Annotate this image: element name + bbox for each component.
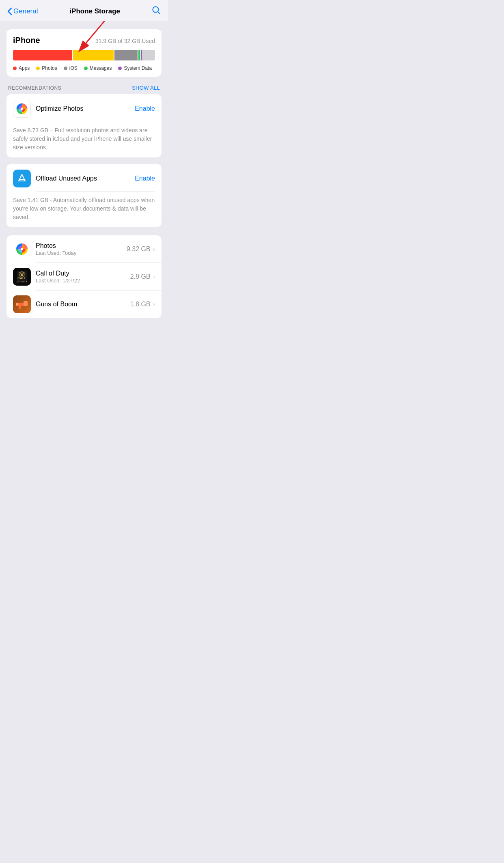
rec-divider-photos bbox=[36, 122, 155, 122]
recommendations-title: RECOMMENDATIONS bbox=[8, 85, 61, 91]
optimize-photos-enable-button[interactable]: Enable bbox=[135, 105, 155, 112]
bar-ios bbox=[114, 50, 138, 60]
storage-legend: Apps Photos iOS Messages System Data bbox=[13, 65, 155, 71]
gob-icon-container bbox=[13, 295, 31, 313]
nav-bar: General iPhone Storage bbox=[0, 0, 168, 21]
gob-app-name: Guns of Boom bbox=[36, 301, 125, 308]
offload-apps-enable-button[interactable]: Enable bbox=[135, 175, 155, 182]
rec-divider-apps bbox=[36, 192, 155, 192]
cod-icon-svg: CALL OF DUTY bbox=[13, 268, 31, 286]
rec-left-apps: Offload Unused Apps bbox=[13, 170, 97, 187]
search-button[interactable] bbox=[152, 6, 161, 17]
gob-chevron-icon: › bbox=[153, 301, 155, 308]
back-label: General bbox=[13, 7, 38, 15]
legend-label-system: System Data bbox=[124, 65, 152, 71]
photos-last-used: Last Used: Today bbox=[36, 250, 122, 256]
rec-left-photos: Optimize Photos bbox=[13, 100, 83, 118]
svg-point-5 bbox=[21, 108, 23, 110]
legend-photos: Photos bbox=[36, 65, 57, 71]
cod-app-info: Call of Duty Last Used: 1/27/22 bbox=[36, 270, 125, 284]
photos-list-icon-svg bbox=[13, 240, 31, 258]
rec-top-photos: Optimize Photos Enable bbox=[13, 100, 155, 118]
optimize-photos-label: Optimize Photos bbox=[36, 105, 83, 112]
cod-last-used: Last Used: 1/27/22 bbox=[36, 278, 125, 284]
photos-chevron-icon: › bbox=[153, 245, 155, 253]
main-content: iPhone 31.9 GB of 32 GB Used bbox=[0, 21, 168, 330]
legend-dot-messages bbox=[84, 67, 88, 70]
legend-apps: Apps bbox=[13, 65, 30, 71]
bar-photos bbox=[73, 50, 113, 60]
photos-app-info: Photos Last Used: Today bbox=[36, 242, 122, 256]
legend-dot-photos bbox=[36, 67, 40, 70]
appstore-icon-container bbox=[13, 170, 31, 187]
storage-used-text: 31.9 GB of 32 GB Used bbox=[95, 38, 155, 44]
offload-apps-label: Offload Unused Apps bbox=[36, 175, 97, 182]
legend-system: System Data bbox=[118, 65, 152, 71]
appstore-icon-svg bbox=[16, 173, 28, 184]
photos-app-name: Photos bbox=[36, 242, 122, 250]
cod-app-name: Call of Duty bbox=[36, 270, 125, 277]
svg-line-1 bbox=[157, 12, 160, 14]
recommendations-section: RECOMMENDATIONS SHOW ALL bbox=[6, 85, 162, 227]
storage-header: iPhone 31.9 GB of 32 GB Used bbox=[13, 36, 155, 45]
search-icon bbox=[152, 6, 161, 15]
legend-ios: iOS bbox=[64, 65, 78, 71]
photos-list-icon bbox=[13, 240, 31, 258]
chevron-left-icon bbox=[7, 7, 12, 15]
device-label: iPhone bbox=[13, 36, 40, 45]
cod-icon-container: CALL OF DUTY bbox=[13, 268, 31, 286]
legend-label-messages: Messages bbox=[90, 65, 112, 71]
optimize-photos-description: Save 8.73 GB – Full resolution photos an… bbox=[13, 126, 155, 152]
gob-size: 1.8 GB bbox=[130, 301, 151, 308]
svg-point-8 bbox=[21, 248, 23, 250]
bar-messages bbox=[138, 50, 140, 60]
rec-top-apps: Offload Unused Apps Enable bbox=[13, 170, 155, 187]
svg-point-14 bbox=[21, 274, 23, 276]
app-row-cod[interactable]: CALL OF DUTY Call of Duty Last Used: 1/2… bbox=[6, 263, 162, 291]
svg-point-19 bbox=[16, 303, 18, 306]
section-header: RECOMMENDATIONS SHOW ALL bbox=[6, 85, 162, 94]
svg-text:OF DUTY: OF DUTY bbox=[17, 280, 27, 283]
recommendation-optimize-photos: Optimize Photos Enable Save 8.73 GB – Fu… bbox=[6, 94, 162, 157]
cod-chevron-icon: › bbox=[153, 273, 155, 280]
legend-label-photos: Photos bbox=[42, 65, 57, 71]
app-row-gob[interactable]: Guns of Boom 1.8 GB › bbox=[6, 291, 162, 318]
cod-size-row: 2.9 GB › bbox=[130, 273, 155, 280]
recommendation-offload-apps: Offload Unused Apps Enable Save 1.41 GB … bbox=[6, 164, 162, 227]
legend-dot-ios bbox=[64, 67, 67, 70]
legend-label-ios: iOS bbox=[69, 65, 78, 71]
app-row-photos[interactable]: Photos Last Used: Today 9.32 GB › bbox=[6, 235, 162, 263]
gob-app-info: Guns of Boom bbox=[36, 301, 125, 308]
svg-rect-17 bbox=[24, 301, 28, 306]
gob-icon-svg bbox=[13, 295, 31, 313]
storage-bar bbox=[13, 50, 155, 60]
svg-rect-18 bbox=[19, 306, 21, 309]
photos-size: 9.32 GB bbox=[127, 245, 151, 253]
back-button[interactable]: General bbox=[7, 7, 38, 15]
cod-size: 2.9 GB bbox=[130, 273, 151, 280]
app-list: Photos Last Used: Today 9.32 GB › CALL O… bbox=[6, 235, 162, 318]
legend-dot-system bbox=[118, 67, 122, 70]
show-all-button[interactable]: SHOW ALL bbox=[132, 85, 160, 91]
gob-size-row: 1.8 GB › bbox=[130, 301, 155, 308]
legend-messages: Messages bbox=[84, 65, 112, 71]
bar-apps bbox=[13, 50, 72, 60]
legend-label-apps: Apps bbox=[19, 65, 30, 71]
bar-free bbox=[143, 50, 155, 60]
bar-system bbox=[141, 50, 142, 60]
photos-app-icon bbox=[13, 100, 31, 118]
offload-apps-description: Save 1.41 GB - Automatically offload unu… bbox=[13, 196, 155, 222]
legend-dot-apps bbox=[13, 67, 17, 70]
photos-pinwheel-svg bbox=[13, 100, 30, 118]
storage-summary-card: iPhone 31.9 GB of 32 GB Used bbox=[6, 29, 162, 77]
photos-size-row: 9.32 GB › bbox=[127, 245, 155, 253]
page-title: iPhone Storage bbox=[69, 7, 120, 15]
